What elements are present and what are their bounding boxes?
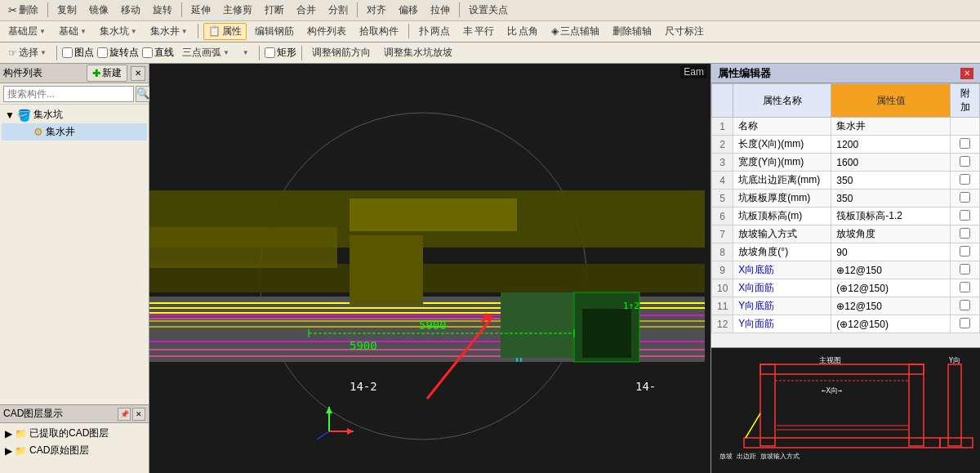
attr-checkbox[interactable] (960, 192, 970, 203)
point-checkbox-label[interactable]: 图点 (62, 46, 94, 60)
attr-row-value[interactable]: 集水井 (831, 118, 951, 136)
attr-row-extra[interactable] (951, 207, 980, 225)
angle-btn[interactable]: 比 点角 (502, 23, 543, 40)
three-point-axis-btn[interactable]: ◈ 三点辅轴 (546, 23, 604, 40)
rotate-point-checkbox[interactable] (97, 47, 108, 58)
point-checkbox[interactable] (62, 47, 73, 58)
rotate-btn[interactable]: 旋转 (148, 2, 177, 19)
attr-checkbox[interactable] (960, 282, 970, 292)
extend-btn[interactable]: 延伸 (186, 2, 216, 19)
attr-row-value[interactable]: 350 (831, 172, 951, 190)
attr-row-extra[interactable] (951, 154, 980, 172)
tree-item-sump-pit[interactable]: ▼ 🪣 集水坑 (2, 106, 147, 123)
search-input[interactable] (3, 86, 134, 102)
attr-row-value[interactable]: ⊕12@150 (831, 261, 951, 279)
cad-extracted-layers[interactable]: ▶ 📁 已提取的CAD图层 (2, 425, 147, 442)
pin-btn[interactable]: 📌 (118, 408, 131, 421)
attr-row-value[interactable]: ⊕12@150 (831, 297, 951, 315)
line-label[interactable]: 直线 (142, 46, 174, 60)
rotate-point-label[interactable]: 旋转点 (97, 46, 139, 60)
attr-row[interactable]: 10X向面筋(⊕12@150) (712, 279, 980, 297)
attr-row-extra[interactable] (951, 136, 980, 154)
attr-checkbox[interactable] (960, 228, 970, 239)
close-left-panel-btn[interactable]: ✕ (131, 66, 145, 81)
adjust-rebar-dir-btn[interactable]: 调整钢筋方向 (307, 44, 376, 61)
sump-well-dropdown[interactable]: 集水井 ▼ (145, 23, 193, 40)
base-layer-dropdown[interactable]: 基础层 ▼ (3, 23, 51, 40)
arc-dropdown[interactable]: 三点画弧 ▼ (177, 44, 234, 61)
copy-btn[interactable]: 复制 (52, 2, 82, 19)
attr-row-extra[interactable] (951, 261, 980, 279)
rect-label[interactable]: 矩形 (265, 46, 296, 60)
set-keypoint-btn[interactable]: 设置关点 (464, 2, 513, 19)
offset-btn[interactable]: 偏移 (394, 2, 423, 19)
tree-item-sump-well[interactable]: ⚙ 集水井 (2, 123, 147, 141)
delete-btn[interactable]: ✂删除 (3, 2, 43, 19)
delete-axis-btn[interactable]: 删除辅轴 (608, 23, 657, 40)
attr-row-extra[interactable] (951, 243, 980, 261)
attr-checkbox[interactable] (960, 318, 970, 328)
sump-pit-dropdown[interactable]: 集水坑 ▼ (95, 23, 142, 40)
dimension-btn[interactable]: 尺寸标注 (660, 23, 709, 40)
component-list-btn[interactable]: 构件列表 (302, 23, 351, 40)
attr-row-value[interactable]: 1600 (831, 154, 951, 172)
attr-row-extra[interactable] (951, 190, 980, 207)
attr-row-value[interactable]: (⊕12@150) (831, 315, 951, 333)
attr-checkbox[interactable] (960, 174, 970, 185)
attr-row-value[interactable]: 放坡角度 (831, 225, 951, 243)
split-btn[interactable]: 分割 (323, 2, 353, 19)
attr-checkbox[interactable] (960, 300, 970, 310)
mirror-btn[interactable]: 镜像 (84, 2, 114, 19)
attr-row[interactable]: 4坑底出边距离(mm)350 (712, 172, 980, 190)
pick-component-btn[interactable]: 拾取构件 (354, 23, 403, 40)
new-button[interactable]: ✚ 新建 (87, 65, 127, 82)
attr-row[interactable]: 5坑板板厚度(mm)350 (712, 190, 980, 207)
attr-row[interactable]: 6坑板顶标高(m)筏板顶标高-1.2 (712, 207, 980, 225)
attr-row[interactable]: 11Y向底筋⊕12@150 (712, 297, 980, 315)
property-btn[interactable]: 📋 属性 (203, 23, 247, 40)
attr-row-name[interactable]: X向面筋 (733, 279, 831, 297)
two-point-btn[interactable]: 扑 两点 (414, 23, 455, 40)
break-btn[interactable]: 打断 (260, 2, 289, 19)
stretch-btn[interactable]: 拉伸 (425, 2, 455, 19)
select-dropdown[interactable]: ☞ 选择 ▼ (3, 44, 51, 61)
attr-row-value[interactable]: 筏板顶标高-1.2 (831, 207, 951, 225)
attr-row-name[interactable]: Y向面筋 (733, 315, 831, 333)
attr-row-name[interactable]: Y向底筋 (733, 297, 831, 315)
merge-btn[interactable]: 合并 (292, 2, 321, 19)
attr-row-extra[interactable] (951, 315, 980, 333)
attr-row-name[interactable]: X向底筋 (733, 261, 831, 279)
close-attr-panel-btn[interactable]: ✕ (960, 68, 973, 79)
base-dropdown[interactable]: 基础 ▼ (54, 23, 91, 40)
move-btn[interactable]: 移动 (116, 2, 145, 19)
attr-row-value[interactable]: 90 (831, 243, 951, 261)
close-cad-btn[interactable]: ✕ (132, 408, 145, 421)
attr-row[interactable]: 7放坡输入方式放坡角度 (712, 225, 980, 243)
canvas-area[interactable]: 14-2 14- 5900 5900 1↑2 Eam (149, 64, 710, 473)
attr-checkbox[interactable] (960, 138, 970, 149)
attr-row[interactable]: 1名称集水井 (712, 118, 980, 136)
extra-dropdown[interactable]: ▼ (238, 47, 254, 58)
attr-row-extra[interactable] (951, 118, 980, 136)
attr-row-value[interactable]: (⊕12@150) (831, 279, 951, 297)
attr-row[interactable]: 2长度(X向)(mm)1200 (712, 136, 980, 154)
trim-btn[interactable]: 主修剪 (218, 2, 257, 19)
attr-checkbox[interactable] (960, 246, 970, 257)
attr-checkbox[interactable] (960, 264, 970, 274)
attr-checkbox[interactable] (960, 210, 970, 221)
attr-row-value[interactable]: 1200 (831, 136, 951, 154)
cad-original-layers[interactable]: ▶ 📁 CAD原始图层 (2, 442, 147, 459)
attr-row-value[interactable]: 350 (831, 190, 951, 207)
adjust-sump-slope-btn[interactable]: 调整集水坑放坡 (379, 44, 457, 61)
attr-row[interactable]: 9X向底筋⊕12@150 (712, 261, 980, 279)
attr-checkbox[interactable] (960, 156, 970, 167)
edit-rebar-btn[interactable]: 编辑钢筋 (250, 23, 299, 40)
align-btn[interactable]: 对齐 (362, 2, 391, 19)
attr-row[interactable]: 12Y向面筋(⊕12@150) (712, 315, 980, 333)
attr-row-extra[interactable] (951, 172, 980, 190)
attr-row-extra[interactable] (951, 297, 980, 315)
attr-row-extra[interactable] (951, 279, 980, 297)
attr-row[interactable]: 3宽度(Y向)(mm)1600 (712, 154, 980, 172)
parallel-btn[interactable]: 丰 平行 (458, 23, 499, 40)
line-checkbox[interactable] (142, 47, 153, 58)
